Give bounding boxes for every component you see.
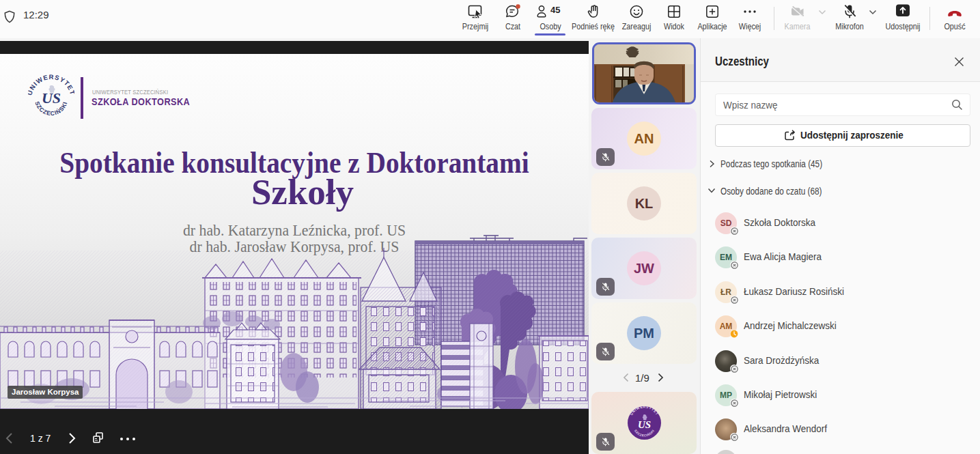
svg-text:SZCZECIŃSKI: SZCZECIŃSKI [634,429,655,437]
svg-text:45: 45 [550,5,560,15]
svg-text:US: US [638,419,651,430]
